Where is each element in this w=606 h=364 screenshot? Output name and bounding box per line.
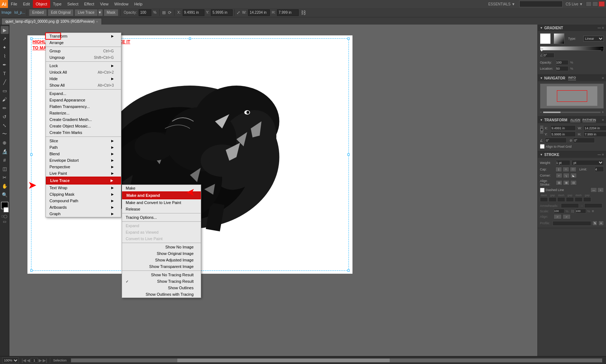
limit-input[interactable] — [595, 166, 604, 172]
mask-button[interactable]: Mask — [104, 9, 119, 16]
menu-ungroup[interactable]: UngroupShift+Ctrl+G — [46, 54, 121, 61]
menu-edit[interactable]: Edit — [20, 0, 33, 8]
scale-tool[interactable]: ⤡ — [1, 121, 9, 129]
menu-graph[interactable]: Graph▶ — [46, 211, 121, 217]
page-input[interactable] — [31, 358, 38, 363]
align-tab[interactable]: ALIGN — [570, 118, 580, 122]
gradient-slider[interactable] — [540, 46, 604, 51]
live-trace-arrow[interactable]: ▼ — [98, 9, 103, 16]
dashed-checkbox[interactable] — [540, 188, 545, 192]
scale-end-input[interactable] — [575, 209, 586, 213]
align-btn-2[interactable]: ⌐ — [563, 214, 571, 219]
eyedropper-tool[interactable]: 🔬 — [1, 147, 9, 155]
info-tab[interactable]: INFO — [568, 76, 576, 80]
menu-path[interactable]: Path▶ — [46, 144, 121, 151]
gradient-tool[interactable]: ◫ — [1, 165, 9, 173]
profile-flip[interactable]: ⇅ — [592, 221, 598, 226]
direct-selection-tool[interactable]: ↗ — [1, 35, 9, 43]
corner-round[interactable]: ╮ — [563, 173, 570, 178]
submenu-expand[interactable]: Expand — [122, 222, 201, 229]
submenu-show-transparent[interactable]: Show Transparent Image — [122, 263, 201, 270]
align-outside[interactable]: ⊡ — [570, 180, 577, 185]
gradient-swatch-main[interactable] — [554, 33, 564, 44]
x-input[interactable] — [183, 9, 204, 16]
pencil-tool[interactable]: ✏ — [1, 104, 9, 112]
page-next[interactable]: ▶ — [39, 358, 42, 363]
page-prev[interactable]: ◀ — [27, 358, 30, 363]
document-tab[interactable]: quiet_lamp-d5jjcy3_00000.png @ 100% (RGB… — [1, 18, 102, 25]
menu-transform[interactable]: Transform▶ — [46, 33, 121, 39]
tf-h-input[interactable] — [584, 131, 606, 137]
page-prev-first[interactable]: |◀ — [22, 358, 26, 363]
arrowhead-end-input[interactable] — [584, 203, 602, 208]
w-input[interactable] — [248, 9, 270, 16]
menu-group[interactable]: GroupCtrl+G — [46, 48, 121, 54]
type-tool[interactable]: T — [1, 69, 9, 77]
dash-input-3[interactable] — [575, 197, 583, 202]
submenu-release[interactable]: Release — [122, 206, 201, 212]
submenu-show-no-image[interactable]: Show No Image — [122, 244, 201, 250]
menu-help[interactable]: Help — [131, 0, 146, 8]
zoom-tool[interactable]: 🔍 — [1, 191, 9, 199]
menu-rasterize[interactable]: Rasterize... — [46, 110, 121, 116]
close-btn[interactable] — [599, 1, 605, 6]
gradient-collapse[interactable]: — — [598, 26, 601, 30]
rotate-tool[interactable]: ↺ — [1, 113, 9, 121]
magic-wand-tool[interactable]: ✦ — [1, 43, 9, 51]
scroll-thumb[interactable] — [177, 359, 390, 362]
minimize-btn[interactable] — [586, 1, 592, 6]
zoom-in-icon[interactable]: + — [602, 110, 604, 114]
submenu-show-no-trace[interactable]: Show No Tracing Result — [122, 272, 201, 278]
gap-input-1[interactable] — [549, 197, 557, 202]
stroke-color[interactable] — [4, 207, 9, 212]
tf-x-input[interactable] — [550, 125, 576, 131]
menu-blend[interactable]: Blend▶ — [46, 151, 121, 157]
zoom-out-icon[interactable]: − — [540, 110, 542, 114]
gradient-location-input[interactable] — [556, 66, 568, 71]
link-constraint-icon[interactable]: ⛓ — [301, 10, 306, 16]
menu-compound-path[interactable]: Compound Path▶ — [46, 198, 121, 204]
zoom-slider-track[interactable] — [543, 112, 601, 113]
submenu-show-outlines[interactable]: Show Outlines — [122, 285, 201, 291]
menu-envelope-distort[interactable]: Envelope Distort▶ — [46, 157, 121, 164]
menu-object-mosaic[interactable]: Create Object Mosaic... — [46, 123, 121, 129]
gradient-stop-left[interactable] — [540, 49, 543, 52]
paintbrush-tool[interactable]: 🖌 — [1, 95, 9, 103]
scale-options-icon[interactable]: ≡ — [592, 209, 594, 213]
link-label[interactable]: lol_p... — [14, 10, 25, 14]
selection-tool[interactable]: ▶ — [1, 26, 9, 34]
weight-select[interactable]: pt px in — [572, 160, 604, 165]
gradient-panel-header[interactable]: ▼ GRADIENT — ≡ — [538, 25, 606, 31]
cap-butt[interactable]: | — [555, 167, 562, 172]
tf-w-input[interactable] — [584, 125, 606, 131]
scale-start-input[interactable] — [554, 209, 564, 213]
align-inside[interactable]: ⊠ — [563, 180, 570, 185]
submenu-convert-live-paint[interactable]: Convert to Live Paint — [122, 235, 201, 242]
menu-type[interactable]: Type — [50, 0, 65, 8]
menu-hide[interactable]: Hide▶ — [46, 75, 121, 82]
submenu-show-adjusted[interactable]: Show Adjusted Image — [122, 257, 201, 263]
menu-object[interactable]: Object — [33, 0, 50, 8]
menu-effect[interactable]: Effect — [81, 0, 97, 8]
gradient-stop-right[interactable] — [601, 49, 603, 52]
h-input[interactable] — [277, 9, 299, 16]
menu-expand[interactable]: Expand... — [46, 90, 121, 97]
search-box[interactable] — [519, 1, 563, 7]
dash-input-1[interactable] — [540, 197, 548, 202]
align-pixel-checkbox[interactable] — [540, 144, 545, 149]
scroll-bar[interactable] — [71, 358, 602, 363]
submenu-expand-viewed[interactable]: Expand as Viewed — [122, 229, 201, 235]
menu-show-all[interactable]: Show AllAlt+Ctrl+3 — [46, 82, 121, 88]
lasso-tool[interactable]: ⌇ — [1, 52, 9, 60]
tf-y-input[interactable] — [550, 131, 576, 137]
menu-select[interactable]: Select — [64, 0, 81, 8]
menu-gradient-mesh[interactable]: Create Gradient Mesh... — [46, 116, 121, 123]
menu-expand-appearance[interactable]: Expand Appearance — [46, 97, 121, 103]
corner-miter[interactable]: ⌐ — [556, 173, 562, 178]
pathfinder-tab[interactable]: PATHFIN — [583, 118, 596, 122]
dashed-exact[interactable]: — — [590, 187, 597, 192]
line-tool[interactable]: ╱ — [1, 78, 9, 86]
menu-text-wrap[interactable]: Text Wrap▶ — [46, 185, 121, 191]
profile-menu[interactable]: ≡ — [598, 221, 604, 226]
menu-perspective[interactable]: Perspective▶ — [46, 164, 121, 170]
